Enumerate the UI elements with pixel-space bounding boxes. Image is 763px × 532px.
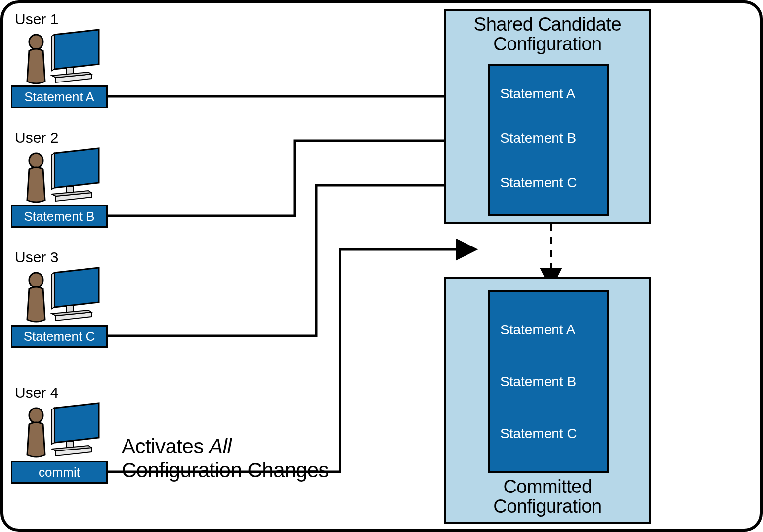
activates-line1-pre: Activates: [122, 435, 209, 458]
user-3-label: User 3: [15, 249, 58, 266]
shared-stmt-b: Statement B: [500, 130, 576, 146]
user-3-statement-text: Statement C: [24, 329, 95, 344]
user-3-icon: [17, 265, 106, 327]
svg-marker-14: [52, 273, 54, 309]
committed-title: Committed Configuration: [446, 477, 649, 517]
committed-inner-box: Statement A Statement B Statement C: [488, 290, 609, 473]
user-4-icon: [17, 401, 106, 462]
diagram-canvas: User 1 Statement A User 2: [0, 0, 763, 532]
svg-marker-20: [52, 408, 54, 444]
user-4-statement-text: commit: [39, 465, 80, 480]
user-1-statement: Statement A: [11, 85, 108, 108]
svg-marker-7: [54, 148, 99, 188]
svg-point-6: [29, 35, 43, 49]
svg-marker-2: [52, 35, 54, 71]
user-4-statement: commit: [11, 461, 108, 484]
user-2-label: User 2: [15, 129, 58, 146]
svg-marker-19: [54, 403, 99, 443]
committed-box: Statement A Statement B Statement C Comm…: [444, 277, 651, 524]
committed-stmt-a: Statement A: [500, 322, 576, 338]
user-1-icon: [17, 27, 106, 88]
user-1-statement-text: Statement A: [24, 89, 94, 105]
svg-point-12: [29, 153, 43, 168]
user-4-label: User 4: [15, 384, 58, 401]
user-2-statement-text: Statement B: [24, 209, 94, 224]
user-3-statement: Statement C: [11, 325, 108, 348]
activates-line2: Configuration Changes: [122, 458, 329, 482]
committed-stmt-b: Statement B: [500, 374, 576, 390]
shared-stmt-c: Statement C: [500, 175, 577, 191]
committed-title-line1: Committed: [503, 476, 592, 497]
svg-marker-8: [52, 153, 54, 189]
shared-title-line2: Configuration: [493, 34, 602, 54]
shared-candidate-box: Shared Candidate Configuration Statement…: [444, 9, 651, 224]
shared-stmt-a: Statement A: [500, 86, 576, 102]
shared-title-line1: Shared Candidate: [474, 14, 621, 35]
svg-point-18: [29, 273, 43, 287]
activates-caption: Activates All Configuration Changes: [122, 435, 329, 483]
svg-marker-1: [54, 30, 99, 69]
user-1-label: User 1: [15, 11, 58, 28]
shared-inner-box: Statement A Statement B Statement C: [488, 64, 609, 216]
svg-marker-13: [54, 268, 99, 307]
shared-candidate-title: Shared Candidate Configuration: [446, 15, 649, 54]
committed-stmt-c: Statement C: [500, 426, 577, 442]
user-2-icon: [17, 146, 106, 207]
svg-point-24: [29, 408, 43, 423]
committed-title-line2: Configuration: [493, 496, 602, 517]
user-2-statement: Statement B: [11, 205, 108, 228]
activates-line1-ital: All: [209, 435, 231, 458]
